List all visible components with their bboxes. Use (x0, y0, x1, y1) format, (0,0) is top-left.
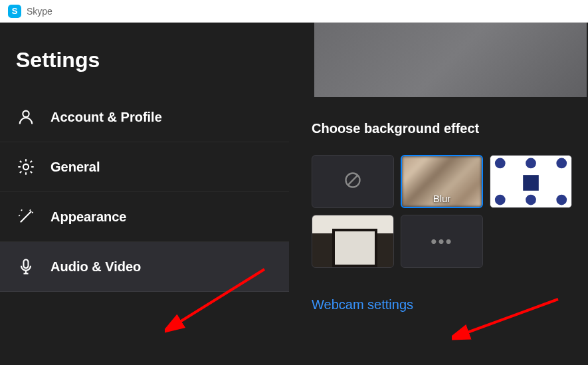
titlebar: S Skype (0, 0, 588, 23)
svg-point-1 (23, 164, 29, 170)
svg-point-12 (556, 195, 567, 205)
more-icon: ••• (431, 231, 452, 252)
effect-none[interactable] (312, 155, 394, 208)
svg-point-7 (526, 158, 536, 169)
sidebar-item-label: General (50, 160, 100, 175)
effect-room[interactable] (312, 215, 394, 268)
app-title: Skype (27, 6, 52, 17)
svg-point-10 (495, 195, 506, 205)
sidebar-item-appearance[interactable]: Appearance (0, 192, 289, 242)
microphone-icon (16, 257, 36, 277)
svg-point-8 (556, 158, 567, 169)
sidebar-item-label: Account & Profile (50, 110, 162, 125)
svg-rect-2 (24, 260, 29, 269)
effect-blur[interactable]: Blur (401, 155, 483, 208)
content-panel: Choose background effect Blur (289, 23, 588, 365)
sidebar-item-label: Audio & Video (50, 259, 141, 275)
svg-point-6 (495, 158, 506, 169)
settings-sidebar: Settings Account & Profile General (0, 23, 289, 365)
person-icon (16, 107, 36, 127)
wand-icon (16, 207, 36, 227)
effects-row-2: ••• (312, 215, 588, 268)
main-container: Settings Account & Profile General (0, 23, 588, 365)
skype-logo-icon: S (8, 5, 21, 18)
webcam-settings-row: Webcam settings (312, 297, 588, 312)
sidebar-item-label: Appearance (50, 209, 127, 225)
pattern-preview (490, 155, 571, 208)
svg-point-0 (23, 111, 29, 117)
background-effect-title: Choose background effect (312, 121, 588, 136)
svg-rect-9 (523, 175, 539, 191)
svg-line-4 (347, 175, 357, 185)
none-icon (343, 171, 362, 192)
sidebar-item-general[interactable]: General (0, 142, 289, 192)
svg-point-11 (526, 195, 536, 205)
webcam-settings-link[interactable]: Webcam settings (312, 297, 413, 312)
sidebar-item-account-profile[interactable]: Account & Profile (0, 92, 289, 142)
gear-icon (16, 157, 36, 177)
video-preview (314, 23, 587, 97)
sidebar-item-audio-video[interactable]: Audio & Video (0, 242, 289, 292)
effect-blur-label: Blur (402, 193, 482, 204)
effect-more[interactable]: ••• (401, 215, 483, 268)
effects-row-1: Blur (312, 155, 588, 208)
settings-title: Settings (0, 23, 289, 92)
effect-pattern[interactable] (490, 155, 572, 208)
